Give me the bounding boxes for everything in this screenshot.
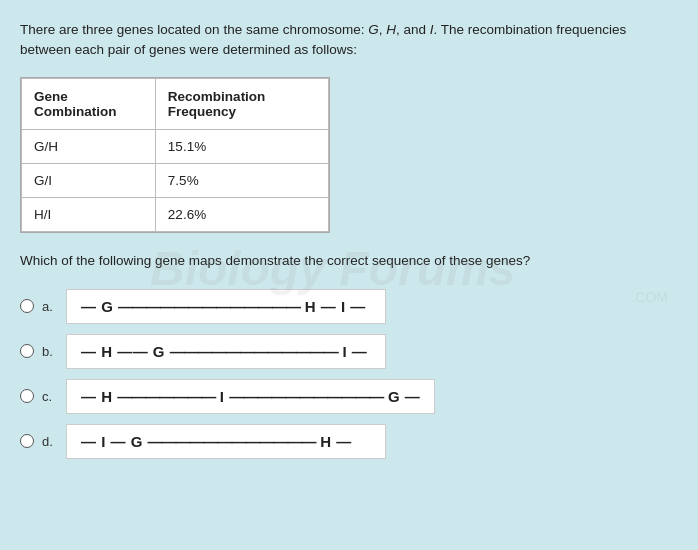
data-table: Gene Combination Recombination Frequency… xyxy=(20,77,330,233)
option-c-radio[interactable] xyxy=(20,389,34,403)
option-b-label: b. xyxy=(42,344,58,359)
freq-1: 15.1% xyxy=(155,129,328,163)
option-d-map: — I — G ———————————— H — xyxy=(66,424,386,459)
option-c-row: c. — H ——————— I ——————————— G — xyxy=(20,379,678,414)
option-d-row: d. — I — G ———————————— H — xyxy=(20,424,678,459)
combo-3: H/I xyxy=(22,197,156,231)
option-b-row: b. — H —— G ———————————— I — xyxy=(20,334,678,369)
freq-2: 7.5% xyxy=(155,163,328,197)
option-b-map: — H —— G ———————————— I — xyxy=(66,334,386,369)
option-d-radio[interactable] xyxy=(20,434,34,448)
option-a-label: a. xyxy=(42,299,58,314)
col-header-combo: Gene Combination xyxy=(22,78,156,129)
freq-3: 22.6% xyxy=(155,197,328,231)
option-c-map: — H ——————— I ——————————— G — xyxy=(66,379,435,414)
option-a-radio[interactable] xyxy=(20,299,34,313)
intro-paragraph: There are three genes located on the sam… xyxy=(20,20,678,61)
option-a-row: a. — G ————————————— H — I — xyxy=(20,289,678,324)
table-row: G/I 7.5% xyxy=(22,163,329,197)
table-row: G/H 15.1% xyxy=(22,129,329,163)
option-b-radio[interactable] xyxy=(20,344,34,358)
col-header-freq: Recombination Frequency xyxy=(155,78,328,129)
option-c-label: c. xyxy=(42,389,58,404)
option-a-map: — G ————————————— H — I — xyxy=(66,289,386,324)
question-text: Which of the following gene maps demonst… xyxy=(20,251,678,271)
table-row: H/I 22.6% xyxy=(22,197,329,231)
options-list: a. — G ————————————— H — I — b. — H —— G… xyxy=(20,289,678,459)
option-d-label: d. xyxy=(42,434,58,449)
combo-2: G/I xyxy=(22,163,156,197)
combo-1: G/H xyxy=(22,129,156,163)
